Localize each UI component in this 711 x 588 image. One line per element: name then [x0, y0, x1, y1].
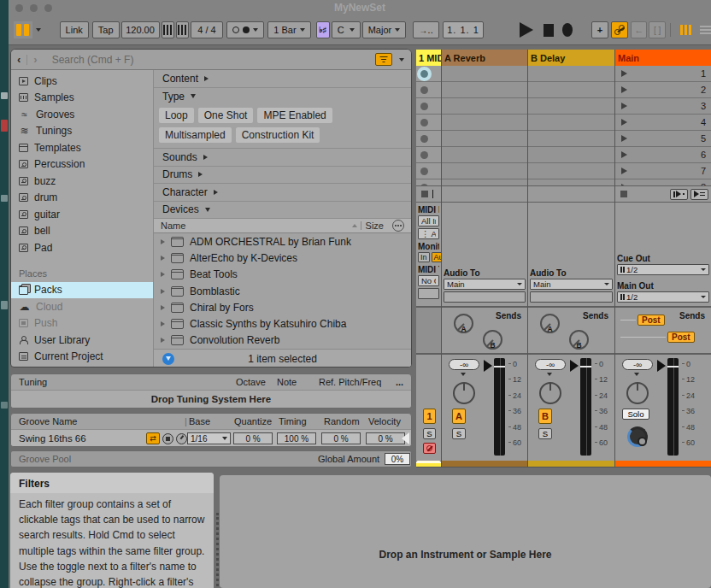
list-item[interactable]: AlterEcho by K-Devices: [154, 250, 411, 266]
quantization-menu[interactable]: 1 Bar: [267, 21, 310, 38]
link-button[interactable]: Link: [60, 21, 89, 38]
arrangement-view-toggle[interactable]: [700, 26, 711, 34]
filter-group-character[interactable]: Character: [154, 184, 411, 202]
clip-stop-row[interactable]: [416, 185, 441, 202]
list-options-button[interactable]: [392, 220, 404, 232]
scene-slot[interactable]: 3: [615, 98, 711, 115]
volume-display[interactable]: -∞: [622, 359, 653, 370]
tag-construction-kit[interactable]: Construction Kit: [236, 127, 320, 143]
send-b-knob[interactable]: B: [569, 330, 589, 350]
post-toggle-b[interactable]: Post: [667, 332, 695, 343]
expand-arrow-icon[interactable]: [161, 256, 165, 261]
octave-column[interactable]: Octave: [236, 377, 266, 387]
clip-slot[interactable]: [416, 66, 441, 82]
record-button[interactable]: [562, 23, 573, 37]
pan-knob[interactable]: [453, 382, 475, 404]
time-signature-field[interactable]: 4 / 4: [191, 21, 224, 38]
sidebar-item-packs[interactable]: Packs: [11, 282, 153, 299]
velocity-field[interactable]: 0 %: [366, 432, 405, 444]
scene-slot[interactable]: 2: [615, 82, 711, 98]
tempo-field[interactable]: 120.00: [121, 21, 160, 38]
sidebar-item-current-project[interactable]: Current Project: [11, 349, 153, 366]
filter-toggle-button[interactable]: [375, 53, 392, 66]
sort-ascending-icon[interactable]: [352, 224, 357, 227]
clip-slot[interactable]: [528, 131, 614, 147]
sidebar-item-cloud[interactable]: ☁Cloud: [11, 298, 153, 315]
sidebar-item-samples[interactable]: Samples: [11, 90, 153, 107]
monitor-auto-button[interactable]: Auto: [432, 252, 441, 262]
name-column-header[interactable]: Name: [161, 220, 185, 231]
track-activator-midi[interactable]: 1: [423, 409, 436, 424]
solo-button-return-b[interactable]: S: [538, 428, 552, 439]
expand-arrow-icon[interactable]: [161, 272, 165, 277]
stop-all-clips-button[interactable]: [690, 189, 708, 200]
arrangement-position-display[interactable]: 1. 1. 1: [443, 21, 484, 38]
history-back-button[interactable]: ‹: [11, 53, 26, 66]
solo-button-midi[interactable]: S: [423, 428, 436, 439]
back-to-arrangement-mini-button[interactable]: [670, 189, 688, 200]
groove-row[interactable]: Swing 16ths 66 ⇄ 1/16 0 % 100 % 0 % 0 %: [11, 429, 411, 446]
scene-play-icon[interactable]: [621, 70, 627, 77]
key-scale-menu[interactable]: Major: [362, 21, 407, 38]
clip-slot[interactable]: [416, 147, 441, 163]
back-to-arrangement-button[interactable]: ←: [631, 21, 647, 38]
main-out-select[interactable]: 1/2: [617, 291, 709, 303]
scene-slot[interactable]: 5: [615, 131, 711, 147]
cue-volume-knob[interactable]: [627, 426, 648, 447]
fader-handle[interactable]: [657, 360, 666, 372]
tag-multisampled[interactable]: Multisampled: [159, 127, 232, 143]
clip-slot[interactable]: [442, 179, 527, 185]
clip-slot[interactable]: [528, 147, 614, 163]
filter-group-sounds[interactable]: Sounds: [154, 149, 411, 167]
list-item[interactable]: Convolution Reverb: [154, 332, 411, 349]
chevron-down-icon[interactable]: [36, 28, 41, 32]
list-item[interactable]: Chiral by Fors: [154, 299, 411, 315]
save-groove-button[interactable]: [162, 433, 173, 444]
track-header-midi[interactable]: 1 MIDI: [416, 50, 441, 66]
ref-pitch-column[interactable]: Ref. Pitch/Freq: [319, 377, 381, 387]
sidebar-item-tunings[interactable]: ≋Tunings: [11, 123, 153, 140]
midi-output-channel-select[interactable]: [418, 288, 439, 299]
fader-handle[interactable]: [484, 360, 492, 372]
panel-resize-handle[interactable]: [216, 513, 219, 586]
audio-to-channel-select[interactable]: [444, 291, 526, 303]
filter-group-drums[interactable]: Drums: [154, 167, 411, 185]
clip-slot[interactable]: [528, 163, 614, 179]
cue-out-select[interactable]: 1/2: [617, 264, 709, 275]
tag-mpe-enabled[interactable]: MPE Enabled: [257, 108, 332, 123]
send-a-knob[interactable]: A: [540, 314, 560, 333]
pan-knob[interactable]: [539, 382, 561, 404]
scale-highlight-button[interactable]: ♭♯: [316, 21, 330, 38]
tap-tempo-button[interactable]: Tap: [92, 21, 120, 38]
scene-slot[interactable]: 6: [615, 147, 711, 163]
follow-button[interactable]: →‥: [413, 21, 439, 38]
volume-display[interactable]: -∞: [535, 359, 566, 370]
session-view-toggle[interactable]: [680, 25, 691, 35]
clip-slot[interactable]: [442, 98, 527, 115]
sidebar-item-buzz[interactable]: buzz: [11, 173, 153, 190]
scene-slot[interactable]: 7: [615, 163, 711, 179]
sidebar-item-push[interactable]: Push: [11, 315, 153, 332]
filter-group-devices[interactable]: Devices: [154, 202, 411, 220]
fader-handle[interactable]: [570, 360, 579, 372]
search-input[interactable]: Search (Cmd + F): [44, 50, 375, 69]
expand-arrow-icon[interactable]: [161, 338, 165, 343]
global-amount-field[interactable]: 0%: [385, 453, 410, 465]
sidebar-item-guitar[interactable]: guitar: [11, 206, 153, 223]
quantize-field[interactable]: 0 %: [233, 432, 273, 444]
sidebar-item-percussion[interactable]: Percussion: [11, 156, 153, 173]
stop-clip-icon[interactable]: [620, 191, 627, 197]
automation-mode-button[interactable]: [611, 21, 628, 38]
size-column-header[interactable]: Size: [366, 220, 384, 231]
clip-slot[interactable]: [442, 115, 527, 131]
audio-to-channel-select[interactable]: [530, 291, 613, 303]
post-toggle-a[interactable]: Post: [638, 315, 665, 326]
audio-to-select[interactable]: Main: [444, 279, 526, 290]
track-activator-return-b[interactable]: B: [538, 409, 552, 424]
capture-brackets-button[interactable]: [ ]: [649, 21, 666, 38]
track-header-return-b[interactable]: B Delay: [528, 50, 614, 66]
solo-button-return-a[interactable]: S: [452, 428, 466, 439]
sidebar-item-clips[interactable]: Clips: [11, 73, 153, 90]
clip-slot[interactable]: [416, 179, 441, 185]
monitor-in-button[interactable]: In: [418, 252, 430, 262]
